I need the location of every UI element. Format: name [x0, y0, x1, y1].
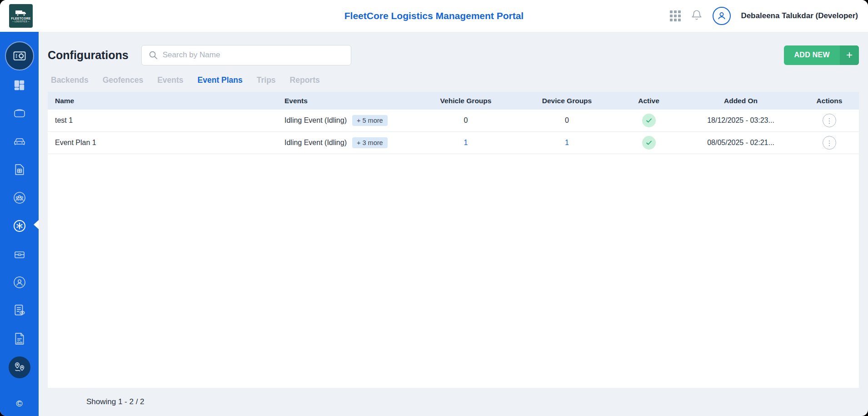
sidebar-item-sim-cards[interactable]: [14, 163, 25, 176]
column-header-events: Events: [277, 97, 414, 105]
event-plans-table: Name Events Vehicle Groups Device Groups…: [48, 92, 859, 388]
sidebar-item-toolbox[interactable]: [13, 247, 26, 261]
column-header-actions: Actions: [800, 97, 859, 105]
tab-events[interactable]: Events: [157, 75, 183, 85]
pagination-summary: Showing 1 - 2 / 2: [86, 397, 145, 406]
row-device-groups-link[interactable]: 1: [518, 139, 616, 147]
row-name: test 1: [48, 116, 277, 125]
sidebar-item-dashboard[interactable]: [13, 78, 25, 92]
add-new-button[interactable]: ADD NEW +: [784, 45, 859, 65]
active-item-pointer: [34, 220, 39, 229]
sidebar-item-report-view[interactable]: [13, 304, 26, 317]
row-active: [616, 136, 682, 150]
sidebar-item-devices[interactable]: [13, 106, 26, 120]
row-actions: ⋮: [800, 136, 859, 150]
header-actions: Debaleena Talukdar (Developer): [670, 7, 868, 25]
users-group-icon: [13, 191, 26, 205]
active-check-icon: [642, 136, 656, 150]
row-device-groups: 0: [518, 116, 616, 125]
sidebar-item-vehicles[interactable]: [13, 135, 26, 148]
row-actions-menu-icon[interactable]: ⋮: [823, 114, 836, 127]
document-icon: [14, 332, 25, 345]
tab-trips[interactable]: Trips: [257, 75, 276, 85]
tab-bar: Backends Geofences Events Event Plans Tr…: [51, 75, 859, 85]
car-icon: [13, 135, 26, 147]
dashboard-icon: [13, 79, 25, 91]
column-header-active: Active: [616, 97, 682, 105]
logo-subtext: ~ LOGISTICS ~: [12, 20, 30, 23]
table-header-row: Name Events Vehicle Groups Device Groups…: [48, 92, 859, 110]
column-header-vehicle-groups: Vehicle Groups: [414, 97, 518, 105]
user-name[interactable]: Debaleena Talukdar (Developer): [741, 11, 858, 20]
plus-icon: +: [840, 45, 859, 65]
sidebar-item-documents[interactable]: [14, 332, 25, 346]
person-icon: [716, 10, 727, 21]
event-label: Idling Event (Idling): [284, 116, 347, 125]
controls-row: Configurations ADD NEW +: [48, 45, 859, 65]
user-avatar[interactable]: [713, 7, 731, 25]
row-active: [616, 114, 682, 127]
column-header-added-on: Added On: [682, 97, 800, 105]
search-input[interactable]: [163, 50, 344, 60]
table-row[interactable]: Event Plan 1 Idling Event (Idling) + 3 m…: [48, 132, 859, 154]
more-events-badge[interactable]: + 3 more: [352, 137, 388, 148]
search-icon: [148, 50, 158, 60]
copyright-icon[interactable]: ©: [16, 399, 23, 409]
row-name: Event Plan 1: [48, 139, 277, 147]
sidebar-item-settings-hub[interactable]: [13, 219, 26, 233]
row-events: Idling Event (Idling) + 3 more: [277, 137, 414, 148]
more-events-badge[interactable]: + 5 more: [352, 115, 388, 126]
app-window: FLEETCORE ~ LOGISTICS ~ FleetCore Logist…: [0, 0, 868, 416]
sidebar-item-configurations[interactable]: [5, 41, 34, 70]
row-added-on: 08/05/2025 - 02:21...: [682, 139, 800, 147]
table-row[interactable]: test 1 Idling Event (Idling) + 5 more 0 …: [48, 110, 859, 132]
tab-event-plans[interactable]: Event Plans: [198, 75, 243, 85]
column-header-device-groups: Device Groups: [518, 97, 616, 105]
tab-geofences[interactable]: Geofences: [103, 75, 143, 85]
table-footer: Showing 1 - 2 / 2: [39, 388, 868, 416]
row-events: Idling Event (Idling) + 5 more: [277, 115, 414, 126]
device-box-icon: [13, 108, 26, 119]
sidebar-item-user-groups[interactable]: [13, 191, 26, 205]
account-search-icon: [13, 276, 26, 289]
logo-text: FLEETCORE: [11, 17, 31, 20]
active-check-icon: [642, 114, 656, 127]
top-header: FLEETCORE ~ LOGISTICS ~ FleetCore Logist…: [0, 0, 868, 32]
row-vehicle-groups-link[interactable]: 1: [414, 139, 518, 147]
location-pins-icon: [13, 361, 26, 374]
main-content: Configurations ADD NEW + Backends Geofen…: [39, 32, 868, 416]
truck-icon: [15, 10, 27, 16]
sim-card-icon: [14, 163, 25, 176]
notifications-bell-icon[interactable]: [691, 9, 703, 23]
apps-grid-icon[interactable]: [670, 10, 681, 21]
asterisk-circle-icon: [13, 219, 26, 233]
row-actions-menu-icon[interactable]: ⋮: [823, 136, 836, 150]
event-label: Idling Event (Idling): [284, 139, 347, 147]
toolbox-icon: [13, 248, 26, 260]
add-new-label: ADD NEW: [784, 45, 840, 65]
sidebar: ©: [0, 32, 39, 416]
row-actions: ⋮: [800, 114, 859, 127]
sidebar-item-accounts[interactable]: [13, 276, 26, 289]
sidebar-item-tracking[interactable]: [9, 356, 30, 378]
row-vehicle-groups: 0: [414, 116, 518, 125]
table-empty-area: [48, 154, 859, 388]
row-added-on: 18/12/2025 - 03:23...: [682, 116, 800, 125]
column-header-name: Name: [48, 97, 277, 105]
tab-backends[interactable]: Backends: [51, 75, 89, 85]
company-logo[interactable]: FLEETCORE ~ LOGISTICS ~: [9, 4, 33, 28]
page-title: Configurations: [48, 49, 129, 62]
search-box[interactable]: [141, 45, 351, 65]
document-eye-icon: [13, 304, 26, 317]
config-panel-icon: [13, 49, 26, 63]
tab-reports[interactable]: Reports: [290, 75, 320, 85]
